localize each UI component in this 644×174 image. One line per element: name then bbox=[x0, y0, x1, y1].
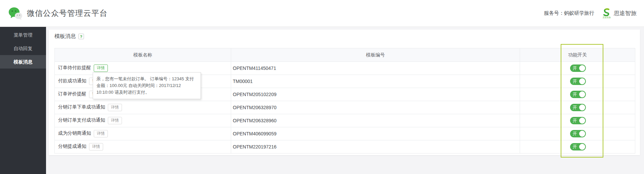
column-header-template-name: 模板名称 bbox=[55, 48, 231, 62]
toggle-switch[interactable]: 开 bbox=[570, 117, 585, 124]
switch-cell: 开 bbox=[520, 127, 635, 140]
detail-button[interactable]: 详情 bbox=[94, 130, 108, 138]
template-code-cell: OPENTM411450471 bbox=[231, 62, 520, 75]
toggle-switch[interactable]: 开 bbox=[570, 130, 585, 137]
template-name: 分销订单支付成功通知 bbox=[58, 117, 105, 123]
sidebar-item[interactable]: 自动回复 bbox=[0, 42, 46, 55]
toggle-on-label: 开 bbox=[573, 65, 577, 71]
template-name: 订单待付款提醒 bbox=[58, 65, 91, 70]
template-code-cell: OPENTM206328960 bbox=[231, 114, 520, 127]
template-name: 订单评价提醒 bbox=[58, 91, 86, 96]
brand-logo-caption: 思途智旅 bbox=[603, 16, 611, 18]
column-header-template-code: 模板编号 bbox=[231, 48, 520, 62]
section-title: 模板消息 bbox=[54, 33, 76, 40]
toggle-on-label: 开 bbox=[573, 78, 577, 84]
toggle-switch[interactable]: 开 bbox=[570, 104, 585, 111]
switch-cell: 开 bbox=[520, 75, 635, 88]
template-code-cell: OPENTM220197216 bbox=[231, 140, 520, 154]
template-name: 分销提成通知 bbox=[58, 143, 86, 149]
sidebar-menu: 菜单管理自动回复模板消息 bbox=[0, 27, 46, 69]
service-account-label: 服务号：蚂蚁研学旅行 bbox=[544, 10, 594, 16]
main-content: 模板消息 ? 模板名称 模板编号 功能开关 订单待付款提醒详情OPENTM411… bbox=[46, 27, 644, 174]
app-title: 微信公众号管理云平台 bbox=[27, 8, 108, 18]
template-code-cell: OPENTM406099059 bbox=[231, 127, 520, 140]
template-name-cell: 分销订单下单成功通知详情 bbox=[55, 101, 231, 114]
template-table: 模板名称 模板编号 功能开关 订单待付款提醒详情OPENTM411450471开… bbox=[54, 48, 635, 154]
card-title-row: 模板消息 ? bbox=[54, 33, 84, 40]
detail-button[interactable]: 详情 bbox=[108, 117, 122, 125]
switch-cell: 开 bbox=[520, 88, 635, 101]
template-code-cell: TM00001 bbox=[231, 75, 520, 88]
sidebar-item[interactable]: 模板消息 bbox=[0, 55, 46, 69]
top-header: 微信公众号管理云平台 服务号：蚂蚁研学旅行 思途智旅 思途智旅 bbox=[0, 0, 644, 27]
toggle-on-label: 开 bbox=[573, 91, 577, 97]
table-header-row: 模板名称 模板编号 功能开关 bbox=[55, 48, 635, 62]
table-row: 成为分销商通知详情OPENTM406099059开 bbox=[55, 127, 635, 140]
column-header-function-switch: 功能开关 bbox=[520, 48, 635, 62]
switch-cell: 开 bbox=[520, 62, 635, 75]
toggle-knob bbox=[578, 91, 586, 98]
template-code-cell: OPENTM205102209 bbox=[231, 88, 520, 101]
template-code-cell: OPENTM206328970 bbox=[231, 101, 520, 114]
switch-cell: 开 bbox=[520, 101, 635, 114]
detail-button[interactable]: 详情 bbox=[108, 104, 122, 112]
toggle-on-label: 开 bbox=[573, 104, 577, 111]
template-name: 付款成功通知 bbox=[58, 78, 86, 83]
toggle-switch[interactable]: 开 bbox=[570, 64, 585, 72]
toggle-knob bbox=[578, 130, 586, 137]
template-name: 分销订单下单成功通知 bbox=[58, 104, 105, 110]
sidebar-item[interactable]: 菜单管理 bbox=[0, 28, 46, 42]
toggle-on-label: 开 bbox=[573, 144, 577, 150]
table-row: 分销订单支付成功通知详情OPENTM206328960开 bbox=[55, 114, 635, 127]
template-name-cell: 成为分销商通知详情 bbox=[55, 127, 231, 140]
wechat-logo-icon bbox=[8, 7, 23, 20]
template-name-cell: 分销提成通知详情 bbox=[55, 140, 231, 154]
tooltip-text: 亲，您有一笔未付款订单。 订单编号：12345 支付金额：100.00元 自动关… bbox=[96, 76, 194, 95]
toggle-switch[interactable]: 开 bbox=[570, 91, 585, 98]
switch-cell: 开 bbox=[520, 114, 635, 127]
detail-button[interactable]: 详情 bbox=[94, 64, 108, 72]
help-icon[interactable]: ? bbox=[78, 34, 84, 39]
toggle-knob bbox=[578, 64, 586, 72]
brand-logo-icon: 思途智旅 bbox=[602, 8, 611, 18]
toggle-switch[interactable]: 开 bbox=[570, 143, 585, 150]
brand-name: 思途智旅 bbox=[614, 9, 637, 17]
table-row: 分销订单下单成功通知详情OPENTM206328970开 bbox=[55, 101, 635, 114]
toggle-knob bbox=[578, 104, 586, 111]
switch-cell: 开 bbox=[520, 140, 635, 154]
template-name: 成为分销商通知 bbox=[58, 130, 91, 136]
toggle-switch[interactable]: 开 bbox=[570, 78, 585, 85]
toggle-knob bbox=[578, 117, 586, 124]
template-name-cell: 分销订单支付成功通知详情 bbox=[55, 114, 231, 127]
detail-button[interactable]: 详情 bbox=[89, 143, 103, 151]
toggle-knob bbox=[578, 143, 586, 150]
template-preview-tooltip: 亲，您有一笔未付款订单。 订单编号：12345 支付金额：100.00元 自动关… bbox=[93, 72, 201, 99]
header-left: 微信公众号管理云平台 bbox=[8, 7, 108, 20]
table-row: 分销提成通知详情OPENTM220197216开 bbox=[55, 140, 635, 154]
toggle-on-label: 开 bbox=[573, 118, 577, 124]
toggle-knob bbox=[578, 78, 586, 85]
sidebar: 菜单管理自动回复模板消息 bbox=[0, 27, 46, 174]
toggle-on-label: 开 bbox=[573, 131, 577, 137]
header-right: 服务号：蚂蚁研学旅行 思途智旅 思途智旅 bbox=[544, 8, 637, 18]
